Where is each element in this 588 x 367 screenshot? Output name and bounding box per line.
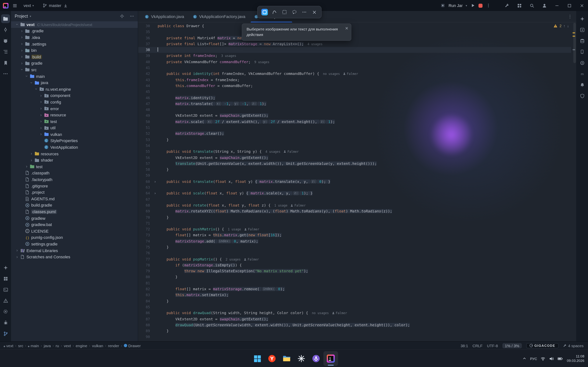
tree-item-styleproperties[interactable]: CStyleProperties <box>11 138 138 144</box>
tab-options-icon[interactable]: ⋮ <box>564 14 576 19</box>
maximize-button[interactable] <box>563 0 576 11</box>
tree-chevron-icon[interactable]: › <box>19 54 24 59</box>
breadcrumb-vulkan[interactable]: vulkan <box>92 343 103 348</box>
status-38-1[interactable]: 38:1 <box>461 343 468 348</box>
code-line-59[interactable]: 59 <box>138 173 571 179</box>
tree-item-agents-md[interactable]: MAGENTS.md <box>11 196 138 202</box>
tree-item--idea[interactable]: ›.idea <box>11 34 138 41</box>
volume-icon[interactable] <box>549 356 554 361</box>
code-line-82[interactable]: 82 float[] matrix = matrixStorage.remove… <box>138 286 571 292</box>
code-line-40[interactable]: 40 private VkCommandBuffer commandBuffer… <box>138 59 571 65</box>
code-line-72[interactable]: 72 public void pushMatrix() { 1 usageFal… <box>138 226 571 233</box>
taskbar-app-screenshot-app[interactable] <box>294 351 309 366</box>
commit-tool-icon[interactable] <box>1 25 10 34</box>
code-line-85[interactable]: 85 <box>138 304 571 310</box>
bookmarks-tool-icon[interactable] <box>1 58 10 67</box>
structure-tool-icon[interactable] <box>1 47 10 56</box>
tree-item-main[interactable]: ›main <box>11 73 138 79</box>
code-line-77[interactable]: 77 public void popMatrix() { 2 usagesFal… <box>138 256 571 262</box>
vcs-update-icon[interactable] <box>63 3 68 8</box>
debug-tool-icon[interactable] <box>1 318 10 327</box>
tree-chevron-icon[interactable]: › <box>15 255 19 259</box>
code-line-60[interactable]: 60› public void translate(float x, float… <box>138 179 571 185</box>
status-gigacode[interactable]: GIGACODE <box>526 343 559 348</box>
tab-vkapplication-java[interactable]: C VkApplication.java <box>140 11 189 22</box>
fold-arrow-icon[interactable]: › <box>153 191 158 197</box>
taskbar-app-start[interactable] <box>250 351 265 366</box>
tree-chevron-icon[interactable]: › <box>29 80 34 85</box>
code-line-37[interactable]: 37 private final List<float[]> matrixSto… <box>138 41 571 47</box>
tree-item-resources[interactable]: ›resources <box>11 150 138 157</box>
code-line-30[interactable]: 30public class Drawer { <box>138 23 571 29</box>
code-line-39[interactable]: 39 private int frameIndex; 3 usages <box>138 53 571 59</box>
tree-item-vext[interactable]: ›vextC:\Users\foulo\IdeaProjects\vext <box>11 21 138 28</box>
tree-item--gradle[interactable]: ›.gradle <box>11 28 138 34</box>
tree-item--project[interactable]: .project <box>11 189 138 196</box>
code-line-81[interactable]: 81 <box>138 280 571 286</box>
code-line-58[interactable]: 58 } <box>138 167 571 173</box>
tab-vkapplicationfactory-java[interactable]: C VkApplicationFactory.java <box>188 11 250 22</box>
status-4-spaces[interactable]: 4 spaces <box>563 343 584 348</box>
tree-chevron-icon[interactable]: › <box>39 113 43 117</box>
code-line-54[interactable]: 54 <box>138 143 571 149</box>
code-line-74[interactable]: 74 matrixStorage.add( index: 0, matrix); <box>138 239 571 244</box>
coverage-tool-icon[interactable] <box>578 92 587 100</box>
close-toolbar-icon[interactable] <box>310 8 318 16</box>
code-line-68[interactable]: 68 public void rotate(float x, float y, … <box>138 202 571 209</box>
tree-chevron-icon[interactable]: › <box>15 22 19 27</box>
tree-item--gitignore[interactable]: .gitignore <box>11 183 138 189</box>
database-tool-icon[interactable] <box>578 36 587 45</box>
tree-item-src[interactable]: ›src <box>11 67 138 73</box>
capture-tool-icon[interactable] <box>261 8 269 16</box>
code-line-63[interactable]: 63 <box>138 185 571 191</box>
status-1-3-[interactable]: 1% / 3% <box>502 343 522 348</box>
github-tool-icon[interactable] <box>1 36 10 45</box>
code-line-75[interactable]: 75 } <box>138 244 571 250</box>
close-button[interactable] <box>576 0 588 11</box>
fold-arrow-icon[interactable]: › <box>153 179 158 185</box>
breadcrumb-vext[interactable]: vext <box>64 343 71 348</box>
code-line-48[interactable]: 48 <box>138 107 571 113</box>
code-line-42[interactable]: 42 public void identity(int frameIndex, … <box>138 71 571 77</box>
tree-item-build[interactable]: ›build <box>11 54 138 60</box>
tree-item-java[interactable]: ›java <box>11 79 138 86</box>
tree-chevron-icon[interactable]: › <box>39 125 43 130</box>
run-button[interactable] <box>470 3 476 8</box>
code-line-84[interactable]: 84 } <box>138 298 571 304</box>
breadcrumb-java[interactable]: java <box>44 343 51 348</box>
code-line-69[interactable]: 69 matrix.rotateXYZ((float) Math.toRadia… <box>138 209 571 215</box>
code-line-52[interactable]: 52 matrixStorage.clear(); <box>138 131 571 137</box>
chevron-down-icon[interactable]: ▾ <box>466 4 467 7</box>
search-everywhere-icon[interactable] <box>526 0 538 11</box>
panel-options-icon[interactable] <box>130 14 134 18</box>
rectangle-select-icon[interactable] <box>280 8 289 16</box>
code-line-38[interactable]: 38 <box>138 47 571 53</box>
code-line-44[interactable]: 44 this.commandBuffer = commandBuffer; <box>138 83 571 89</box>
stop-button[interactable] <box>478 3 483 8</box>
more-tools-icon[interactable] <box>300 8 308 16</box>
code-line-64[interactable]: 64› public void scale(float x, float y) … <box>138 191 571 197</box>
tree-item-scratches-and-consoles[interactable]: ›Scratches and Consoles <box>11 254 138 260</box>
tree-item-vextapplication[interactable]: CVextApplication <box>11 144 138 150</box>
breadcrumb-engine[interactable]: engine <box>76 343 87 348</box>
tree-chevron-icon[interactable]: › <box>24 164 29 169</box>
project-widget[interactable]: vext ▾ <box>21 2 36 9</box>
taskbar-app-file-explorer[interactable] <box>279 351 294 366</box>
code-area[interactable]: 30public class Drawer {3536 private fina… <box>138 22 571 341</box>
tree-item-shader[interactable]: ›shader <box>11 157 138 163</box>
code-line-57[interactable]: 57 translate(Unit.getScreenValue(x, exte… <box>138 161 571 167</box>
tree-chevron-icon[interactable]: › <box>39 106 43 111</box>
minimize-button[interactable] <box>551 0 563 11</box>
code-line-79[interactable]: 79 throw new IllegalStateException("No m… <box>138 268 571 275</box>
code-line-88[interactable]: 88 drawQuad(Unit.getScreenValue(width, e… <box>138 322 571 328</box>
settings-tool-icon[interactable] <box>1 307 10 316</box>
code-line-36[interactable]: 36 private final Matrix4f matrix = new M… <box>138 35 571 41</box>
ai-tool-icon[interactable] <box>578 14 587 23</box>
tree-item-external-libraries[interactable]: ›External Libraries <box>11 247 138 254</box>
tree-item-test[interactable]: ›test <box>11 118 138 125</box>
code-line-43[interactable]: 43 this.frameIndex = frameIndex; <box>138 77 571 83</box>
tree-chevron-icon[interactable]: › <box>24 74 29 79</box>
tree-item-license[interactable]: CLICENSE <box>11 228 138 234</box>
tree-chevron-icon[interactable]: › <box>29 151 34 156</box>
breadcrumb-ru[interactable]: ru <box>55 343 59 348</box>
